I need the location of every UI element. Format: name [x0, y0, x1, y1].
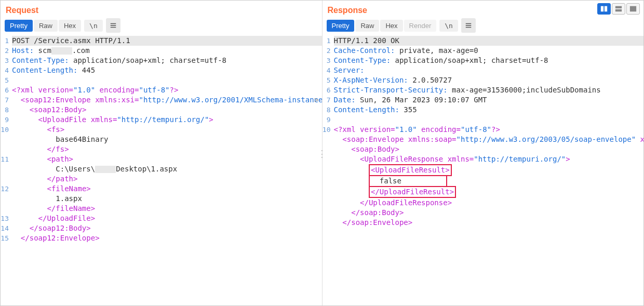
layout-split-horizontal-button[interactable] — [612, 3, 625, 15]
tab-hex[interactable]: Hex — [380, 20, 403, 32]
tab-hex[interactable]: Hex — [59, 20, 81, 32]
header-row: Strict-Transport-Security: max-age=31536… — [334, 85, 601, 95]
xml-tag: <UploadFileResponse xmlns="http://tempur… — [334, 154, 570, 164]
response-toolbar: Pretty Raw Hex Render \n — [323, 18, 644, 35]
request-line: POST /Service.asmx HTTP/1.1 — [12, 36, 322, 46]
svg-rect-3 — [615, 9, 622, 11]
tab-raw[interactable]: Raw — [355, 20, 379, 32]
xml-tag: <soap12:Envelope xmlns:xsi="http://www.w… — [12, 95, 322, 105]
xml-decl: <?xml version="1.0" encoding="utf-8"?> — [334, 125, 500, 135]
xml-tag: <fileName> — [12, 184, 91, 194]
xml-text: C:\Users\Desktop\1.aspx — [12, 164, 177, 174]
status-line: HTTP/1.1 200 OK — [334, 36, 644, 46]
xml-tag: <fs> — [12, 125, 64, 135]
xml-tag: </soap:Envelope> — [334, 218, 413, 228]
xml-tag: <UploadFile xmlns="http://tempuri.org/"> — [12, 115, 213, 125]
tab-raw[interactable]: Raw — [34, 20, 58, 32]
xml-tag: </soap12:Envelope> — [12, 233, 100, 243]
response-title: Response — [323, 1, 644, 18]
xml-tag: </soap:Body> — [334, 208, 404, 218]
xml-text: base64Binary — [12, 135, 108, 144]
header-row: Content-Length: 445 — [12, 65, 95, 75]
redacted-host — [51, 47, 72, 55]
hamburger-icon[interactable] — [461, 18, 476, 33]
xml-tag: </path> — [12, 174, 77, 184]
header-row: Content-Type: application/soap+xml; char… — [12, 56, 226, 65]
svg-rect-4 — [630, 6, 636, 12]
xml-decl: <?xml version="1.0" encoding="utf-8"?> — [12, 85, 178, 95]
hamburger-icon[interactable] — [106, 18, 120, 33]
xml-tag: <soap:Envelope xmlns:soap="http://www.w3… — [334, 135, 644, 144]
response-editor[interactable]: 1HTTP/1.1 200 OK 2Cache-Control: private… — [323, 35, 644, 305]
svg-rect-1 — [605, 6, 607, 12]
response-pane: Response Pretty Raw Hex Render \n 1HTTP/… — [323, 1, 644, 305]
newline-toggle[interactable]: \n — [84, 20, 103, 32]
newline-toggle[interactable]: \n — [439, 20, 458, 32]
view-switcher — [597, 3, 640, 15]
header-row: Cache-Control: private, max-age=0 — [334, 46, 478, 56]
header-row: Content-Length: 355 — [334, 105, 417, 115]
xml-tag: <soap12:Body> — [12, 105, 86, 115]
xml-text: 1.aspx — [12, 194, 82, 204]
request-pane: Request Pretty Raw Hex \n 1POST /Service… — [1, 1, 323, 305]
tab-pretty[interactable]: Pretty — [327, 20, 355, 32]
layout-split-vertical-button[interactable] — [597, 3, 611, 15]
highlight-box: </UploadFileResult> — [369, 186, 456, 198]
request-editor[interactable]: 1POST /Service.asmx HTTP/1.1 2Host: scm.… — [1, 35, 322, 305]
xml-tag: </UploadFileResult> — [334, 186, 457, 198]
request-toolbar: Pretty Raw Hex \n — [1, 18, 322, 35]
svg-rect-2 — [615, 6, 622, 8]
xml-tag: </fileName> — [12, 204, 95, 214]
split-drag-handle[interactable]: ⋮ — [317, 148, 327, 158]
header-row: X-AspNet-Version: 2.0.50727 — [334, 75, 452, 85]
highlight-box: false — [369, 176, 447, 186]
header-row: Host: scm.com — [12, 46, 90, 56]
redacted-user — [95, 166, 116, 173]
overflow-indicator: > — [310, 95, 319, 105]
request-title: Request — [1, 1, 322, 18]
layout-single-button[interactable] — [626, 3, 640, 15]
tab-pretty[interactable]: Pretty — [5, 20, 33, 32]
header-row: Content-Type: application/soap+xml; char… — [334, 56, 548, 65]
xml-tag: </UploadFile> — [12, 214, 95, 223]
xml-tag: </UploadFileResponse> — [334, 198, 452, 208]
xml-tag: </soap12:Body> — [12, 223, 91, 233]
xml-text: false — [334, 176, 448, 186]
highlight-box: <UploadFileResult> — [369, 164, 452, 176]
header-row: Server: — [334, 65, 365, 75]
svg-rect-0 — [601, 6, 603, 12]
tab-render[interactable]: Render — [404, 20, 437, 32]
xml-tag: </fs> — [12, 144, 69, 154]
xml-tag: <UploadFileResult> — [334, 164, 452, 176]
xml-tag: <soap:Body> — [334, 144, 399, 154]
xml-tag: <path> — [12, 154, 73, 164]
header-row: Date: Sun, 26 Mar 2023 09:10:07 GMT — [334, 95, 487, 105]
